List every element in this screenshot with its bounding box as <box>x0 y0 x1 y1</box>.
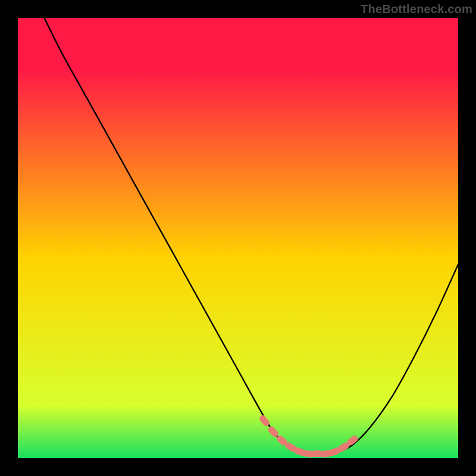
plot-background <box>18 18 458 458</box>
bottleneck-curve-chart <box>0 0 476 476</box>
chart-frame: TheBottleneck.com <box>0 0 476 476</box>
